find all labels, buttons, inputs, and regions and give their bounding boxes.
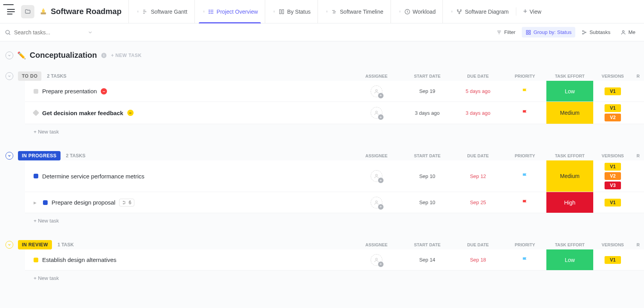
versions-cell[interactable]: V1V2V3 [593, 160, 632, 192]
assignee-cell[interactable] [351, 170, 402, 182]
info-icon[interactable]: i [101, 52, 107, 59]
version-pill[interactable]: V1 [605, 256, 621, 264]
collapse-group-button[interactable] [5, 241, 13, 249]
assignee-cell[interactable] [351, 197, 402, 208]
assignee-cell[interactable] [351, 254, 402, 266]
priority-cell[interactable] [503, 256, 546, 263]
versions-cell[interactable]: V1 [593, 85, 632, 98]
priority-cell[interactable] [503, 199, 546, 206]
due-date-cell[interactable]: Sep 18 [453, 257, 503, 263]
menu-toggle[interactable]: 101 [7, 9, 15, 14]
task-row[interactable]: ▸Prepare design proposal6Sep 10Sep 25Hig… [25, 192, 644, 213]
versions-cell[interactable]: V1 [593, 196, 632, 209]
expand-caret-icon[interactable]: ▸ [34, 199, 37, 206]
status-label[interactable]: IN REVIEW [18, 240, 52, 249]
start-date-cell[interactable]: Sep 14 [402, 257, 453, 263]
due-date-cell[interactable]: Sep 12 [453, 173, 503, 179]
svg-rect-28 [526, 33, 528, 34]
effort-cell[interactable]: Medium [546, 160, 593, 192]
pin-icon [325, 10, 329, 14]
new-task-row[interactable]: + New task [25, 271, 644, 286]
filter-button[interactable]: Filter [492, 27, 519, 37]
task-row[interactable]: Prepare presentation–Sep 195 days agoLow… [25, 81, 644, 102]
chevron-down-icon[interactable] [87, 30, 93, 35]
version-pill[interactable]: V1 [605, 199, 621, 207]
filter-icon [496, 30, 502, 35]
version-pill[interactable]: V1 [605, 163, 621, 171]
assignee-cell[interactable] [351, 85, 402, 97]
collapse-section-button[interactable] [5, 52, 13, 59]
person-icon [621, 30, 626, 35]
me-button[interactable]: Me [617, 27, 639, 37]
col-start: START DATE [402, 242, 453, 247]
start-date-cell[interactable]: Sep 19 [402, 88, 453, 94]
tab-workload[interactable]: Workload [391, 0, 443, 23]
svg-rect-1 [42, 10, 45, 12]
svg-text:i: i [103, 53, 105, 57]
priority-cell[interactable] [503, 88, 546, 95]
col-effort: TASK EFFORT [546, 242, 593, 247]
tab-project-overview[interactable]: Project Overview [194, 0, 265, 23]
group-by-button[interactable]: Group by: Status [522, 27, 576, 37]
collapse-group-button[interactable] [5, 152, 13, 160]
task-row[interactable]: Determine service performance metricsSep… [25, 160, 644, 192]
pencil-icon[interactable]: ✏️ [17, 51, 26, 60]
version-pill[interactable]: V1 [605, 104, 621, 112]
task-bullet-icon [33, 110, 39, 116]
svg-rect-26 [526, 30, 528, 32]
task-row[interactable]: Get decision maker feedback–3 days ago3 … [25, 102, 644, 124]
due-date-cell[interactable]: 5 days ago [453, 88, 503, 94]
new-task-button[interactable]: + NEW TASK [111, 53, 141, 58]
new-task-row[interactable]: + New task [25, 124, 644, 139]
tab-label: By Status [287, 9, 310, 15]
col-priority: PRIORITY [503, 242, 546, 247]
collapse-group-button[interactable] [5, 72, 13, 80]
start-date-cell[interactable]: Sep 10 [402, 199, 453, 205]
effort-cell[interactable]: High [546, 192, 593, 213]
col-r: R [632, 74, 644, 78]
col-assignee: ASSIGNEE [351, 153, 402, 158]
status-dot-icon: – [127, 110, 134, 116]
start-date-cell[interactable]: Sep 10 [402, 173, 453, 179]
folder-button[interactable] [21, 5, 34, 18]
subtask-count[interactable]: 6 [119, 199, 134, 207]
due-date-cell[interactable]: 3 days ago [453, 110, 503, 116]
tab-by-status[interactable]: By Status [265, 0, 318, 23]
search-input[interactable] [14, 29, 84, 36]
effort-cell[interactable]: Low [546, 81, 593, 101]
assignee-cell[interactable] [351, 107, 402, 119]
status-label[interactable]: TO DO [18, 71, 41, 81]
task-count: 2 TASKS [66, 153, 86, 158]
effort-cell[interactable]: Medium [546, 102, 593, 124]
tab-software-timeline[interactable]: Software Timeline [318, 0, 390, 23]
col-due: DUE DATE [453, 153, 503, 158]
status-group: IN REVIEW1 TASKASSIGNEESTART DATEDUE DAT… [5, 240, 644, 286]
version-pill[interactable]: V3 [605, 182, 621, 189]
version-pill[interactable]: V1 [605, 87, 621, 95]
versions-cell[interactable]: V1 [593, 254, 632, 266]
due-date-cell[interactable]: Sep 25 [453, 199, 503, 205]
effort-cell[interactable]: Low [546, 249, 593, 270]
priority-cell[interactable] [503, 173, 546, 180]
priority-cell[interactable] [503, 109, 546, 116]
subtasks-icon [582, 30, 587, 35]
notification-badge: 101 [3, 4, 14, 5]
new-task-row[interactable]: + New task [25, 213, 644, 228]
subtasks-button[interactable]: Subtasks [578, 27, 614, 37]
search-icon [5, 29, 11, 36]
tab-software-diagram[interactable]: Software Diagram [442, 0, 516, 23]
col-priority: PRIORITY [503, 153, 546, 158]
start-date-cell[interactable]: 3 days ago [402, 110, 453, 116]
search-wrap [5, 29, 102, 36]
version-pill[interactable]: V2 [605, 114, 621, 121]
task-row[interactable]: Establish design alternativesSep 14Sep 1… [25, 249, 644, 271]
svg-point-30 [583, 30, 583, 31]
versions-cell[interactable]: V1V2 [593, 102, 632, 124]
tab-software-gantt[interactable]: Software Gantt [128, 0, 194, 23]
add-view-button[interactable]: + View [516, 7, 549, 16]
version-pill[interactable]: V2 [605, 172, 621, 180]
svg-point-9 [209, 10, 209, 10]
task-bullet-icon [43, 200, 48, 205]
task-name: Prepare presentation [42, 88, 97, 94]
status-label[interactable]: IN PROGRESS [18, 151, 61, 160]
